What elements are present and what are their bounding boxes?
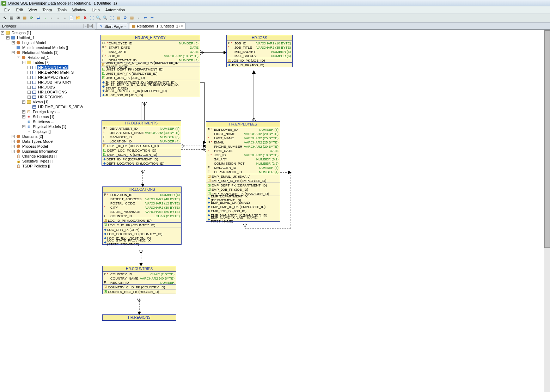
tree-toggle[interactable]: +	[28, 71, 31, 74]
tree-physical[interactable]: Physical Models [1]	[32, 124, 67, 129]
close-icon[interactable]: ×	[181, 24, 183, 28]
tree-toggle[interactable]: −	[22, 100, 25, 104]
menu-file[interactable]: File	[1, 7, 13, 13]
index-row: ◆LOC_STATE_PROVINCE_IX (STATE_PROVINCE)	[103, 240, 181, 244]
toggle-icon[interactable]: ▦	[22, 15, 28, 21]
tree-datatypes[interactable]: Data Types Model	[22, 139, 54, 143]
entity-countries[interactable]: HR.COUNTRIES P *COUNTRY_IDCHAR (2 BYTE) …	[102, 266, 176, 294]
tree-toggle[interactable]: −	[1, 31, 4, 35]
vertical-scrollbar[interactable]	[544, 30, 550, 392]
scrollbar-thumb[interactable]	[544, 30, 550, 248]
arrow2-icon[interactable]: ▫	[48, 15, 55, 21]
tree-rel1[interactable]: Relational_1	[27, 55, 50, 60]
tool3-icon[interactable]: ▦	[129, 15, 135, 21]
tree-fks[interactable]: Foreign Keys ...	[32, 110, 61, 114]
entity-job-history[interactable]: HR.JOB_HISTORY PF *EMPLOYEE_IDNUMBER (6)…	[100, 35, 200, 97]
tree-toggle[interactable]: +	[28, 96, 31, 99]
tree-views[interactable]: Views [1]	[32, 100, 49, 104]
menu-help[interactable]: Help	[89, 7, 103, 13]
entity-regions[interactable]: HR.REGIONS	[102, 314, 176, 321]
tree-logical[interactable]: Logical Model	[22, 41, 47, 45]
open-icon[interactable]: 📂	[75, 15, 81, 21]
tree-tables[interactable]: Tables [7]	[32, 60, 50, 65]
tree-toggle[interactable]: +	[28, 91, 31, 94]
tree-empdet[interactable]: HR.EMP_DETAILS_VIEW	[37, 105, 84, 109]
tree-toggle[interactable]: −	[12, 51, 15, 54]
forward-icon[interactable]: ➡	[149, 15, 155, 21]
arrow-right-icon[interactable]: →	[42, 15, 48, 21]
tree-process[interactable]: Process Model	[22, 144, 49, 148]
tree-designs[interactable]: Designs [1]	[11, 31, 32, 35]
entity-departments[interactable]: HR.DEPARTMENTS P *DEPARTMENT_IDNUMBER (4…	[102, 120, 181, 166]
tree-employees[interactable]: HR.EMPLOYEES	[37, 75, 69, 79]
tree-toggle[interactable]: +	[12, 145, 15, 148]
tree-toggle[interactable]: +	[28, 81, 31, 84]
menu-tools[interactable]: Tools	[55, 7, 69, 13]
tree-toggle[interactable]: +	[28, 86, 31, 89]
maximize-panel-icon[interactable]: □	[88, 24, 93, 28]
entity-employees[interactable]: HR.EMPLOYEES P *EMPLOYEE_IDNUMBER (6) FI…	[206, 121, 280, 222]
tree-countries[interactable]: HR.COUNTRIES	[37, 65, 68, 69]
tree-toggle[interactable]: +	[12, 150, 15, 153]
table-icon	[32, 91, 36, 94]
tree-displays[interactable]: Displays []	[32, 129, 51, 134]
browser-tree[interactable]: −Designs [1] −Untitled_1 +Logical Model …	[0, 30, 95, 392]
zoom-in-icon[interactable]: 🔍	[95, 15, 102, 21]
tree-toggle[interactable]: −	[6, 36, 10, 39]
grid-icon[interactable]: ▦	[8, 15, 14, 21]
tree-senstypes[interactable]: Sensitive Types []	[22, 159, 53, 163]
entity-jobs[interactable]: HR.JOBS P *JOB_IDVARCHAR2 (10 BYTE) *JOB…	[226, 35, 293, 67]
link-icon[interactable]: ✉	[15, 15, 21, 21]
entity-title: HR.COUNTRIES	[103, 266, 176, 272]
tree-locations[interactable]: HR.LOCATIONS	[37, 90, 68, 94]
zoom-full-icon[interactable]: ⛶	[88, 15, 95, 21]
tree-domains[interactable]: Domains [2]	[22, 134, 44, 139]
menu-window[interactable]: Window	[69, 7, 89, 13]
copy-icon[interactable]: ▫	[62, 15, 68, 21]
tree-toggle[interactable]: +	[22, 125, 25, 128]
box-icon[interactable]: ▫	[55, 15, 61, 21]
tree-regions[interactable]: HR.REGIONS	[37, 95, 63, 99]
entity-locations[interactable]: HR.LOCATIONS P *LOCATION_IDNUMBER (4) ST…	[102, 186, 182, 245]
tree-toggle[interactable]: +	[28, 76, 31, 79]
tab-start-page[interactable]: ?Start Page×	[97, 23, 128, 29]
tree-toggle[interactable]: −	[22, 61, 25, 64]
tree-business[interactable]: Business Information	[22, 149, 59, 153]
tree-tsdp[interactable]: TSDP Policies []	[22, 164, 51, 168]
tree-relmodels[interactable]: Relational Models [1]	[22, 50, 59, 55]
minimize-panel-icon[interactable]: –	[84, 24, 88, 28]
menu-edit[interactable]: Edit	[13, 7, 26, 13]
tool4-icon[interactable]: ▫	[135, 15, 142, 21]
tree-untitled[interactable]: Untitled_1	[16, 36, 35, 40]
tree-jobhist[interactable]: HR.JOB_HISTORY	[37, 80, 72, 84]
menu-automation[interactable]: Automation	[103, 7, 128, 13]
tree-subviews[interactable]: SubViews ...	[32, 120, 55, 124]
tree-toggle[interactable]: +	[28, 66, 31, 69]
new-icon[interactable]: 📄	[68, 15, 75, 21]
fit-icon[interactable]: ⛶	[109, 15, 115, 21]
refresh-icon[interactable]: ⟳	[28, 15, 35, 21]
tree-jobs[interactable]: HR.JOBS	[37, 85, 56, 89]
tree-schemas[interactable]: Schemas [1]	[32, 115, 55, 119]
tree-toggle[interactable]: +	[22, 110, 25, 114]
tree-toggle[interactable]: +	[22, 115, 25, 118]
tool1-icon[interactable]: ▦	[115, 15, 122, 21]
pointer-tool-icon[interactable]: ↖	[1, 15, 8, 21]
tab-relational[interactable]: ▦Relational_1 (Untitled_1)×	[129, 23, 185, 29]
tree-toggle[interactable]: +	[12, 41, 15, 44]
back-icon[interactable]: ⬅	[142, 15, 148, 21]
tree-toggle[interactable]: +	[12, 135, 15, 138]
menu-team[interactable]: Team	[39, 7, 55, 13]
tool2-icon[interactable]: ⚙	[122, 15, 128, 21]
tree-departments[interactable]: HR.DEPARTMENTS	[37, 70, 74, 74]
diagram-canvas[interactable]: HR.JOB_HISTORY PF *EMPLOYEE_IDNUMBER (6)…	[95, 30, 550, 392]
tree-toggle[interactable]: +	[12, 140, 15, 143]
menu-view[interactable]: View	[26, 7, 40, 13]
sync-icon[interactable]: ⇄	[35, 15, 41, 21]
delete-icon[interactable]: ✖	[82, 15, 88, 21]
tree-changereq[interactable]: Change Requests []	[22, 154, 57, 158]
tree-toggle[interactable]: −	[17, 56, 20, 59]
close-icon[interactable]: ×	[124, 25, 126, 28]
zoom-out-icon[interactable]: 🔍	[102, 15, 108, 21]
tree-multidim[interactable]: Multidimensional Models []	[22, 45, 69, 50]
